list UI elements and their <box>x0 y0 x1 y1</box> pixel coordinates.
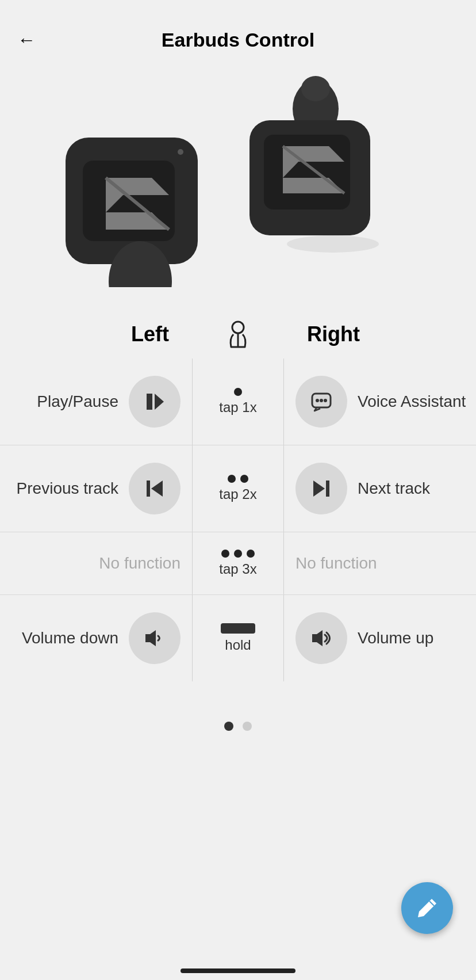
svg-marker-17 <box>155 394 164 410</box>
play-pause-icon <box>142 389 167 414</box>
next-track-button[interactable] <box>295 463 347 514</box>
tap-3x-label: tap 3x <box>219 561 256 577</box>
dot-1 <box>221 550 229 558</box>
tap-2x-dots <box>228 475 248 483</box>
row-play-pause: Play/Pause tap 1x <box>0 359 476 445</box>
prev-track-icon <box>142 476 167 501</box>
left-no-function-label: No function <box>99 554 181 573</box>
svg-point-21 <box>324 399 327 402</box>
row-prev-next: Previous track tap 2x Next t <box>0 445 476 532</box>
dot-1 <box>234 388 242 396</box>
svg-marker-22 <box>151 481 163 497</box>
svg-point-14 <box>232 322 244 333</box>
tap-2x-label: tap 2x <box>219 486 256 502</box>
right-volume-up-label: Volume up <box>358 629 433 647</box>
left-volume-down-label: Volume down <box>22 629 118 647</box>
svg-marker-24 <box>313 481 325 497</box>
tap-3x-dots <box>221 550 255 558</box>
svg-point-8 <box>301 76 330 101</box>
dot-2 <box>240 475 248 483</box>
center-tap-3x: tap 3x <box>192 550 284 577</box>
home-indicator <box>181 968 295 973</box>
edit-icon <box>416 897 439 920</box>
page-dot-2 <box>243 722 252 731</box>
page-title: Earbuds Control <box>17 29 459 51</box>
right-no-function: No function <box>284 554 476 573</box>
hold-label: hold <box>225 637 251 653</box>
tap-1x-dots <box>234 388 242 396</box>
hold-bar <box>221 623 255 634</box>
svg-point-19 <box>316 399 319 402</box>
volume-up-button[interactable] <box>295 612 347 664</box>
right-voice-assistant-label: Voice Assistant <box>358 392 466 411</box>
pagination <box>0 704 476 742</box>
play-pause-button[interactable] <box>129 376 181 428</box>
controls-section: Left Right Play/Pause <box>0 304 476 704</box>
chat-icon <box>309 389 334 414</box>
voice-assistant-button[interactable] <box>295 376 347 428</box>
svg-rect-25 <box>326 481 329 497</box>
right-next-track: Next track <box>284 463 476 514</box>
left-column-header: Left <box>0 322 192 346</box>
volume-up-icon <box>309 626 334 651</box>
earbuds-illustration <box>37 68 439 287</box>
svg-rect-10 <box>264 135 350 209</box>
dot-2 <box>234 550 242 558</box>
volume-down-button[interactable] <box>129 612 181 664</box>
row-no-function: No function tap 3x No function <box>0 532 476 595</box>
svg-point-6 <box>178 149 183 155</box>
center-hold: hold <box>192 623 284 653</box>
svg-point-13 <box>287 235 379 253</box>
right-next-label: Next track <box>358 479 430 498</box>
svg-marker-16 <box>147 394 152 410</box>
left-prev-label: Previous track <box>17 479 118 498</box>
next-track-icon <box>309 476 334 501</box>
center-column-header <box>192 316 284 353</box>
center-tap-2x: tap 2x <box>192 475 284 502</box>
left-no-function: No function <box>0 554 192 573</box>
dot-1 <box>228 475 236 483</box>
svg-marker-27 <box>312 630 323 646</box>
column-headers: Left Right <box>0 304 476 359</box>
tap-1x-label: tap 1x <box>219 399 256 415</box>
right-voice-assistant: Voice Assistant <box>284 376 476 428</box>
earbuds-image-area <box>0 63 476 304</box>
touch-icon <box>220 316 256 353</box>
left-play-pause-label: Play/Pause <box>37 392 118 411</box>
edit-fab-button[interactable] <box>401 882 453 934</box>
right-column-header: Right <box>284 322 476 346</box>
right-volume-up: Volume up <box>284 612 476 664</box>
svg-marker-26 <box>145 630 156 646</box>
left-volume-down: Volume down <box>0 612 192 664</box>
dot-3 <box>247 550 255 558</box>
prev-track-button[interactable] <box>129 463 181 514</box>
svg-rect-23 <box>147 481 150 497</box>
right-no-function-label: No function <box>295 554 377 573</box>
volume-down-icon <box>142 626 167 651</box>
left-prev-track: Previous track <box>0 463 192 514</box>
row-volume: Volume down hold Volume up <box>0 595 476 681</box>
page-dot-1 <box>224 722 233 731</box>
center-tap-1x: tap 1x <box>192 388 284 415</box>
left-play-pause: Play/Pause <box>0 376 192 428</box>
header: ← Earbuds Control <box>0 0 476 63</box>
back-button[interactable]: ← <box>17 29 36 51</box>
svg-point-20 <box>320 399 323 402</box>
